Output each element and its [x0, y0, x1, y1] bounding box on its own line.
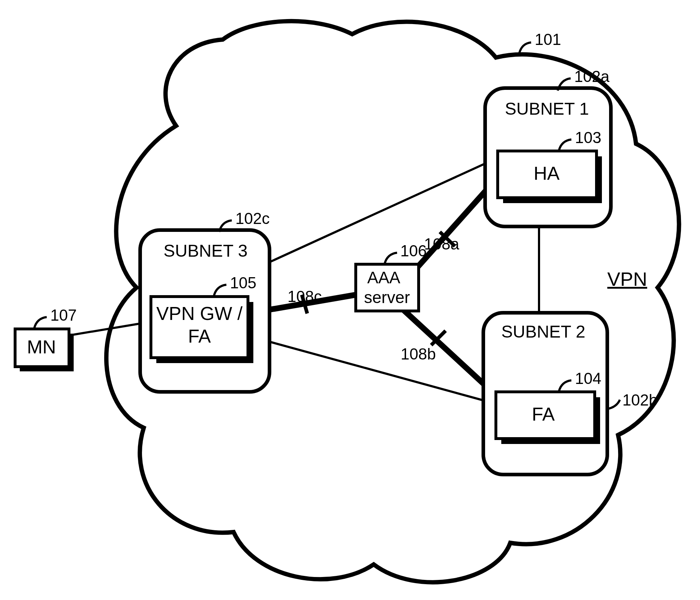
leader-101	[519, 42, 531, 53]
ref-106: 106	[400, 242, 427, 260]
vpngw-label1: VPN GW /	[156, 303, 243, 324]
ref-108c: 108c	[287, 288, 322, 306]
aaa-label2: server	[364, 288, 410, 307]
ref-103: 103	[575, 129, 601, 147]
subnet1-title: SUBNET 1	[505, 99, 589, 119]
subnet3-title: SUBNET 3	[164, 241, 248, 261]
leader-107	[34, 317, 47, 329]
ref-107: 107	[50, 306, 77, 324]
ref-102a: 102a	[574, 68, 609, 86]
fa-label: FA	[532, 403, 555, 425]
mn-label: MN	[27, 336, 56, 358]
vpn-label: VPN	[607, 268, 647, 290]
line-mn-subnet3	[65, 324, 140, 336]
ref-102c: 102c	[235, 210, 270, 228]
vpngw-label2: FA	[156, 325, 243, 347]
aaa-label1: AAA	[367, 268, 400, 287]
subnet2-title: SUBNET 2	[501, 322, 585, 342]
ref-108a: 108a	[424, 235, 459, 253]
line-subnet3-fa-thin	[269, 342, 485, 401]
ref-104: 104	[575, 370, 601, 388]
ref-101: 101	[535, 31, 561, 49]
ha-label: HA	[534, 162, 559, 184]
ref-102b: 102b	[622, 391, 658, 409]
ref-108b: 108b	[401, 345, 436, 363]
diagram-canvas	[0, 0, 700, 600]
leader-106	[384, 253, 397, 264]
ref-105: 105	[230, 274, 256, 292]
